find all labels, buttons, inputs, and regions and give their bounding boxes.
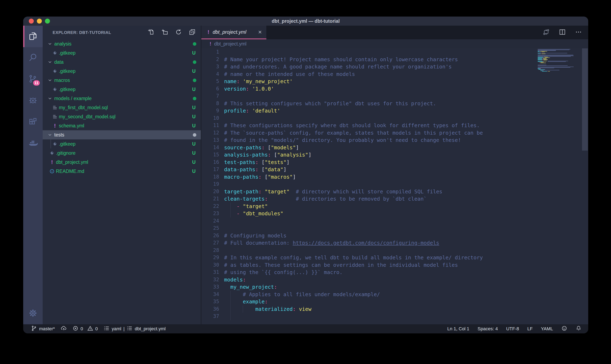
tree-file-schema-yml[interactable]: !schema.ymlU [43, 121, 201, 130]
tree-item-label: tests [54, 132, 64, 138]
yaml-icon: ! [52, 123, 57, 129]
code-line-28: 28 [201, 247, 588, 254]
sync-changes-icon[interactable] [61, 325, 67, 333]
activity-explorer[interactable] [23, 26, 43, 47]
tab-bar: ! dbt_project.yml × [201, 26, 588, 39]
language-status[interactable]: YAML [541, 326, 553, 332]
code-line-27: 27# Full documentation: https://docs.get… [201, 239, 588, 247]
git-status-badge: U [190, 169, 198, 174]
line-number: 16 [201, 159, 219, 166]
activity-debug[interactable] [23, 90, 43, 112]
collapse-all-icon[interactable] [189, 29, 195, 36]
scrollbar-thumb[interactable] [582, 48, 588, 151]
tree-folder-tests[interactable]: tests [43, 130, 201, 139]
line-content: - "target" [219, 203, 588, 210]
tree-item-label: my_second_dbt_model.sql [59, 114, 116, 119]
tree-folder-models-example[interactable]: models / example [43, 94, 201, 103]
tree-file-readme-md[interactable]: README.mdU [43, 167, 201, 176]
line-number: 34 [201, 291, 219, 298]
activity-extensions[interactable] [23, 112, 43, 133]
line-number: 28 [201, 247, 219, 254]
notifications-bell-icon[interactable] [576, 325, 582, 333]
line-content: # In this example config, we tell dbt to… [219, 254, 588, 261]
open-changes-icon[interactable] [543, 28, 550, 36]
extensions-icon [28, 117, 38, 128]
split-editor-icon[interactable] [559, 28, 566, 36]
yaml-mode-status[interactable]: yaml | dbt_project.yml [104, 325, 166, 333]
activity-settings[interactable] [23, 303, 43, 324]
feedback-smiley-icon[interactable] [561, 325, 567, 333]
tree-file--gitkeep[interactable]: .gitkeepU [43, 48, 201, 57]
tree-folder-data[interactable]: data [43, 57, 201, 67]
line-content: clean-targets: # directories to be remov… [219, 195, 588, 203]
close-tab-icon[interactable]: × [258, 29, 262, 35]
code-line-2: 2# Name your project! Project names shou… [201, 56, 588, 63]
tree-item-label: data [54, 59, 64, 65]
editor-group: ! dbt_project.yml × [201, 26, 588, 324]
tree-folder-macros[interactable]: macros [43, 76, 201, 85]
new-file-icon[interactable] [148, 29, 154, 36]
code-line-26: 26# Configuring models [201, 232, 588, 239]
line-content: example: [219, 298, 588, 305]
sql-icon [52, 105, 57, 110]
refresh-icon[interactable] [175, 29, 182, 36]
separator: | [124, 326, 125, 332]
indent-guide [243, 305, 243, 313]
line-number: 33 [201, 283, 219, 291]
new-folder-icon[interactable] [162, 29, 168, 36]
git-status-badge: U [190, 87, 198, 92]
line-content [219, 92, 588, 100]
git-icon [52, 50, 57, 56]
code-line-33: 33 my_new_project: [201, 283, 588, 291]
line-content: # name or the intended use of these mode… [219, 71, 588, 78]
activity-source-control[interactable]: 11 [23, 69, 43, 90]
activity-docker[interactable] [23, 133, 43, 155]
tab-dbt-project-yml[interactable]: ! dbt_project.yml × [201, 26, 266, 39]
indent-guide [230, 313, 231, 320]
tree-file--gitkeep[interactable]: .gitkeepU [43, 139, 201, 148]
tree-file-my-second-dbt-model-sql[interactable]: my_second_dbt_model.sqlU [43, 112, 201, 121]
tree-file-my-first-dbt-model-sql[interactable]: my_first_dbt_model.sqlU [43, 103, 201, 112]
indentation-status[interactable]: Spaces: 4 [478, 326, 498, 332]
tree-folder-analysis[interactable]: analysis [43, 39, 201, 48]
tree-file--gitkeep[interactable]: .gitkeepU [43, 85, 201, 94]
more-actions-icon[interactable] [575, 28, 582, 36]
git-modified-dot [193, 42, 196, 46]
code-line-18: 18macro-paths: ["macros"] [201, 173, 588, 181]
yaml-file-icon: ! [208, 29, 209, 35]
line-number: 7 [201, 92, 219, 100]
line-content: analysis-paths: ["analysis"] [219, 151, 588, 159]
file-tree: analysis.gitkeepUdata.gitkeepUmacros.git… [43, 39, 201, 324]
line-content: my_new_project: [219, 283, 588, 291]
chevron-down-icon [48, 41, 52, 46]
line-number: 4 [201, 71, 219, 78]
line-content [219, 247, 588, 254]
eol-status[interactable]: LF [527, 326, 533, 332]
code-line-9: 9profile: 'default' [201, 107, 588, 115]
indent-guide [51, 139, 51, 148]
code-line-12: 12# The `source-paths` config, for examp… [201, 129, 588, 137]
git-icon [49, 150, 55, 156]
problems-status[interactable]: 0 0 [72, 325, 98, 333]
titlebar: dbt_project.yml — dbt-tutorial [23, 16, 588, 26]
tree-item-label: schema.yml [59, 123, 84, 129]
git-modified-dot [193, 97, 196, 100]
cursor-position[interactable]: Ln 1, Col 1 [447, 326, 469, 332]
line-number: 17 [201, 166, 219, 173]
indent-guide [230, 210, 231, 217]
code-editor[interactable]: 12# Name your project! Project names sho… [201, 48, 588, 324]
breadcrumb[interactable]: ! dbt_project.yml [201, 39, 588, 48]
tree-file--gitignore[interactable]: .gitignoreU [43, 148, 201, 158]
line-content [219, 115, 588, 122]
activity-search[interactable] [23, 47, 43, 69]
code-line-37: 37 [201, 313, 588, 320]
code-line-15: 15analysis-paths: ["analysis"] [201, 151, 588, 159]
minimap[interactable] [538, 48, 574, 72]
branch-status[interactable]: master* [31, 325, 55, 333]
git-modified-dot [193, 60, 196, 64]
line-number: 20 [201, 188, 219, 195]
encoding-status[interactable]: UTF-8 [506, 326, 519, 332]
tree-file--gitkeep[interactable]: .gitkeepU [43, 67, 201, 76]
code-line-3: 3# and underscores. A good package name … [201, 63, 588, 71]
tree-file-dbt-project-yml[interactable]: !dbt_project.ymlU [43, 158, 201, 167]
